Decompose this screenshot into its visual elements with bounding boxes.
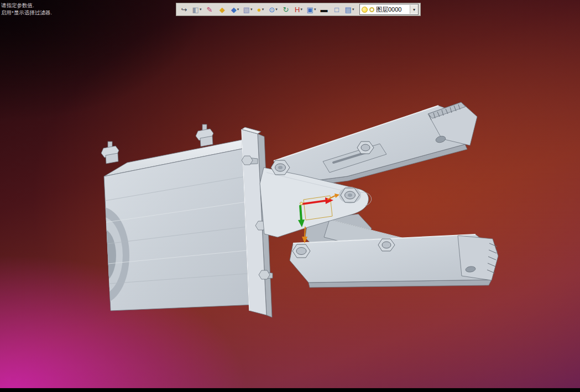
box-blue-icon: ◆ — [231, 6, 237, 13]
toolbar: ↪◧▾✎◆◆▾▧▾●▾⊙▾↻H▾▣▾▬□▤▾ 图层0000 ▾ — [176, 3, 421, 16]
sketch-pen-button[interactable]: ✎ — [203, 4, 216, 15]
exit-icon: ↪ — [181, 6, 187, 13]
chevron-down-icon[interactable]: ▾ — [314, 7, 316, 12]
h-display-button[interactable]: H▾ — [292, 4, 305, 15]
refresh-view-icon: ↻ — [283, 6, 289, 13]
zoom-button[interactable]: ⊙▾ — [267, 4, 279, 15]
layer-combo-dropdown-arrow[interactable]: ▾ — [410, 5, 418, 14]
exit-button[interactable]: ↪ — [178, 4, 190, 15]
layers-icon: ▤ — [345, 6, 352, 13]
h-display-icon: H — [295, 6, 300, 13]
status-hint: 请指定参数值. 启用*显示选择过滤器. — [1, 2, 52, 16]
material-sphere-button[interactable]: ●▾ — [254, 4, 267, 15]
lower-arm[interactable] — [290, 234, 498, 288]
chevron-down-icon[interactable]: ▾ — [352, 7, 354, 12]
layer-visibility-bulb-icon[interactable] — [362, 7, 368, 13]
box-gold-button[interactable]: ◆ — [216, 4, 228, 15]
toolbar-buttons: ↪◧▾✎◆◆▾▧▾●▾⊙▾↻H▾▣▾▬□▤▾ — [178, 4, 356, 15]
material-sphere-icon: ● — [257, 6, 262, 13]
blackboard-button[interactable]: ▬ — [318, 4, 330, 15]
box-gold-icon: ◆ — [220, 6, 225, 13]
layers-button[interactable]: ▤▾ — [343, 4, 356, 15]
frame-button[interactable]: □ — [331, 4, 343, 15]
selection-mode-icon: ◧ — [192, 6, 199, 13]
layer-color-icon — [369, 7, 374, 12]
blackboard-icon: ▬ — [321, 6, 328, 13]
status-line-1: 请指定参数值. — [1, 2, 52, 9]
layer-combo-value: 图层0000 — [376, 6, 407, 14]
selection-mode-button[interactable]: ◧▾ — [191, 4, 203, 15]
chevron-down-icon[interactable]: ▾ — [250, 7, 253, 12]
chevron-down-icon[interactable]: ▾ — [300, 7, 302, 12]
cylinder-body[interactable] — [72, 124, 255, 311]
triad-y-arrow[interactable] — [300, 205, 301, 221]
cube-display-icon: ▧ — [243, 6, 250, 13]
sketch-pen-icon: ✎ — [207, 6, 213, 13]
layer-combo[interactable]: 图层0000 ▾ — [359, 4, 419, 15]
bottom-edge-bar — [0, 388, 580, 392]
triad-origin[interactable] — [300, 202, 303, 205]
zoom-icon: ⊙ — [269, 6, 275, 13]
chevron-down-icon[interactable]: ▾ — [262, 7, 264, 12]
screen-display-button[interactable]: ▣▾ — [305, 4, 317, 15]
triad-down-arrow[interactable] — [305, 227, 305, 237]
refresh-view-button[interactable]: ↻ — [280, 4, 292, 15]
viewport-background[interactable]: 请指定参数值. 启用*显示选择过滤器. — [0, 0, 580, 392]
frame-icon: □ — [335, 6, 339, 13]
status-line-2: 启用*显示选择过滤器. — [1, 9, 52, 16]
model-canvas[interactable] — [0, 0, 580, 392]
box-blue-button[interactable]: ◆▾ — [229, 4, 241, 15]
top-fitting[interactable] — [101, 142, 119, 164]
chevron-down-icon[interactable]: ▾ — [200, 7, 202, 12]
chevron-down-icon[interactable]: ▾ — [237, 7, 239, 12]
chevron-down-icon[interactable]: ▾ — [275, 7, 278, 12]
screen-display-icon: ▣ — [307, 6, 313, 13]
cube-display-button[interactable]: ▧▾ — [242, 4, 254, 15]
